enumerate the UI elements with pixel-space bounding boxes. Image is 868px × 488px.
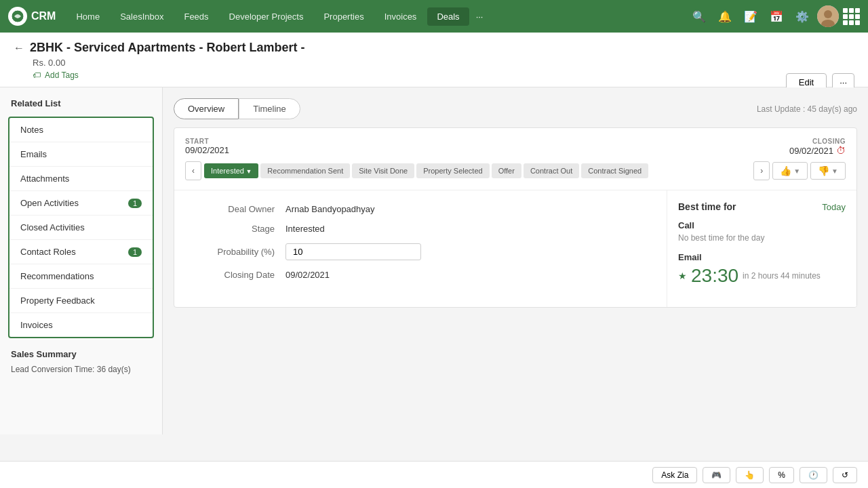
nav-feeds[interactable]: Feeds [174,7,218,26]
deal-owner-row: Deal Owner Arnab Bandyopadhyay [191,204,650,214]
nav-deals[interactable]: Deals [427,7,469,26]
back-arrow-icon[interactable]: ← [14,42,24,54]
thumbs-down-button[interactable]: 👎 ▼ [810,162,846,180]
stage-dates: START 09/02/2021 CLOSING 09/02/2021 ⏱ [185,138,846,156]
deal-owner-label: Deal Owner [191,204,285,214]
sidebar-item-open-activities[interactable]: Open Activities 1 [9,191,153,216]
search-icon[interactable]: 🔍 [688,5,710,27]
user-avatar[interactable] [817,5,839,27]
nav-developer-projects[interactable]: Developer Projects [220,7,313,26]
closing-date-field-value: 09/02/2021 [285,270,330,280]
start-date-block: START 09/02/2021 [185,138,229,156]
sidebar-item-notes[interactable]: Notes [9,118,153,142]
today-link[interactable]: Today [822,202,846,212]
tab-overview[interactable]: Overview [174,98,239,119]
stage-actions: 👍 ▼ 👎 ▼ [772,162,846,180]
contact-roles-badge: 1 [128,247,142,257]
tags-row: 🏷 Add Tags [33,70,854,80]
sidebar-item-emails[interactable]: Emails [9,142,153,167]
sidebar-item-invoices-label: Invoices [20,320,53,330]
sidebar-item-emails-label: Emails [20,149,47,159]
settings-icon[interactable]: ⚙️ [791,5,813,27]
notifications-icon[interactable]: 🔔 [714,5,736,27]
call-section: Call No best time for the day [678,220,846,243]
email-time-relative: in 2 hours 44 minutes [743,271,821,281]
timer-icon: ⏱ [836,145,846,156]
probability-label: Probability (%) [191,247,285,257]
related-list-header: Related List [0,96,162,117]
nav-more[interactable]: ··· [471,7,489,26]
sidebar-item-notes-label: Notes [20,125,43,135]
sidebar-item-attachments-label: Attachments [20,174,69,184]
nav-properties[interactable]: Properties [314,7,373,26]
pipeline-stages: Interested Recommendation Sent Site Visi… [204,163,751,178]
page-title: 2BHK - Serviced Apartments - Robert Lamb… [30,41,304,55]
open-activities-badge: 1 [128,199,142,208]
email-time-display: ★ 23:30 in 2 hours 44 minutes [678,265,846,287]
thumbs-down-chevron: ▼ [831,167,838,175]
pipeline-next-button[interactable]: › [753,161,770,180]
sidebar-item-attachments[interactable]: Attachments [9,167,153,191]
stage-recommendation-sent-button[interactable]: Recommendation Sent [260,163,350,178]
stage-section: START 09/02/2021 CLOSING 09/02/2021 ⏱ ‹ [174,128,856,190]
best-time-header: Best time for Today [678,201,846,212]
sidebar-item-closed-activities[interactable]: Closed Activities [9,216,153,240]
compose-icon[interactable]: 📝 [740,5,762,27]
thumbs-up-chevron: ▼ [793,167,800,175]
stage-pipeline: ‹ Interested Recommendation Sent Site Vi… [185,161,846,180]
stage-contract-out-button[interactable]: Contract Out [524,163,579,178]
sidebar: Related List Notes Emails Attachments Op… [0,87,163,434]
stage-property-selected-button[interactable]: Property Selected [416,163,489,178]
closing-date-block: CLOSING 09/02/2021 ⏱ [789,138,846,156]
app-grid-icon[interactable] [843,8,860,25]
nav-home[interactable]: Home [66,7,109,26]
tabs: Overview Timeline [174,98,300,119]
main-layout: Related List Notes Emails Attachments Op… [0,87,868,434]
tag-icon: 🏷 [33,70,41,80]
sidebar-item-recommendations[interactable]: Recommendations [9,264,153,289]
call-no-best-time: No best time for the day [678,233,846,243]
add-tags-button[interactable]: Add Tags [45,70,79,80]
lead-conversion-time: Lead Conversion Time: 36 day(s) [0,362,162,377]
stage-offer-button[interactable]: Offer [492,163,521,178]
sidebar-item-contact-roles[interactable]: Contact Roles 1 [9,240,153,264]
breadcrumb: ← 2BHK - Serviced Apartments - Robert La… [14,41,854,55]
stage-interested-button[interactable]: Interested [204,163,258,178]
pipeline-prev-button[interactable]: ‹ [185,161,201,180]
best-time-title: Best time for [678,201,736,212]
start-date-value: 09/02/2021 [185,145,229,155]
stage-value: Interested [285,224,325,234]
nav-salesinbox[interactable]: SalesInbox [111,7,173,26]
stage-site-visit-done-button[interactable]: Site Visit Done [352,163,414,178]
probability-input[interactable] [285,243,421,260]
nav-items: Home SalesInbox Feeds Developer Projects… [66,7,688,26]
thumbs-down-icon: 👎 [818,165,829,176]
closing-date-value: 09/02/2021 ⏱ [789,145,846,156]
content-area: Overview Timeline Last Update : 45 day(s… [163,87,868,434]
top-navigation: CRM Home SalesInbox Feeds Developer Proj… [0,0,868,33]
sidebar-item-recommendations-label: Recommendations [20,271,94,281]
closing-date-row: Closing Date 09/02/2021 [191,270,650,280]
thumbs-up-button[interactable]: 👍 ▼ [772,162,808,180]
closing-date-field-label: Closing Date [191,270,285,280]
deal-fields: Deal Owner Arnab Bandyopadhyay Stage Int… [174,190,667,307]
deal-card: START 09/02/2021 CLOSING 09/02/2021 ⏱ ‹ [174,127,857,308]
thumbs-up-icon: 👍 [780,165,791,176]
sidebar-item-contact-roles-label: Contact Roles [20,247,76,257]
nav-right-icons: 🔍 🔔 📝 📅 ⚙️ [688,5,860,27]
closing-label: CLOSING [789,138,846,145]
sidebar-item-invoices[interactable]: Invoices [9,313,153,337]
sales-summary-header: Sales Summary [0,338,162,362]
deal-owner-value: Arnab Bandyopadhyay [285,204,375,214]
sidebar-item-property-feedback[interactable]: Property Feedback [9,289,153,313]
stage-row: Stage Interested [191,224,650,234]
nav-logo[interactable]: CRM [8,7,56,26]
page-header: ← 2BHK - Serviced Apartments - Robert La… [0,33,868,87]
logo-text: CRM [31,10,56,22]
calendar-icon[interactable]: 📅 [766,5,787,27]
nav-invoices[interactable]: Invoices [375,7,427,26]
email-section: Email ★ 23:30 in 2 hours 44 minutes [678,252,846,287]
tab-timeline[interactable]: Timeline [239,98,300,119]
stage-contract-signed-button[interactable]: Contract Signed [581,163,648,178]
probability-row: Probability (%) [191,243,650,260]
